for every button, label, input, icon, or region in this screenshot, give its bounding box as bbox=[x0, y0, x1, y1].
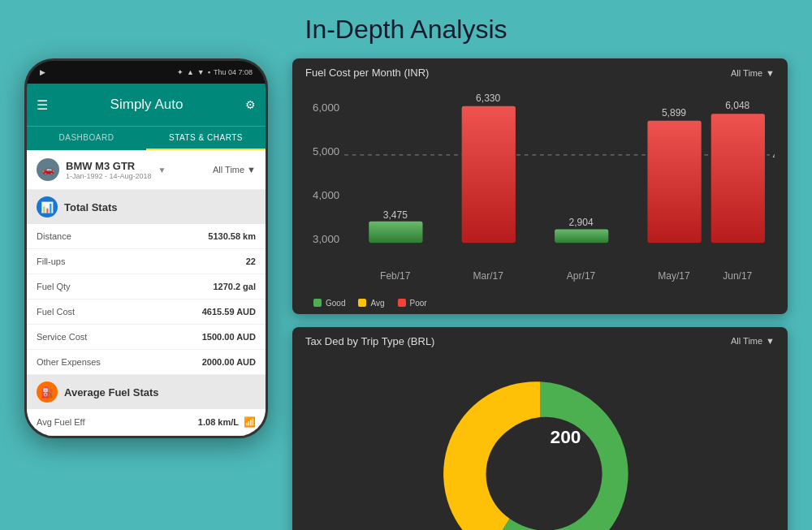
status-time: Thu 04 7:08 bbox=[214, 68, 253, 76]
svg-text:Jun/17: Jun/17 bbox=[723, 270, 752, 282]
main-layout: ▶ ✦ ▲ ▼ ▪ Thu 04 7:08 ☰ Simply Auto ⚙ DA… bbox=[0, 54, 812, 530]
table-row: Avg Fuel Eff 1.08 km/L 📶 bbox=[27, 409, 266, 436]
app-header: ☰ Simply Auto ⚙ bbox=[27, 84, 266, 126]
donut-chart-header: Tax Ded by Trip Type (BRL) All Time ▼ bbox=[292, 327, 788, 352]
legend-avg: Avg bbox=[358, 299, 384, 308]
svg-text:3,000: 3,000 bbox=[313, 233, 339, 245]
status-left-icons: ▶ bbox=[40, 68, 45, 76]
donut-svg: 200 1,682 bbox=[369, 360, 710, 530]
bar-chart-svg: 6,000 5,000 4,000 3,000 4931.84 bbox=[305, 84, 775, 289]
donut-wrapper: 200 1,682 bbox=[369, 360, 710, 530]
donut-chart-area: 200 1,682 Business Personal bbox=[292, 352, 788, 530]
filter-dropdown-icon: ▼ bbox=[766, 68, 775, 78]
total-stats-header: 📊 Total Stats bbox=[27, 190, 266, 224]
svg-text:6,000: 6,000 bbox=[313, 101, 339, 114]
donut-center-value: 200 bbox=[551, 425, 581, 446]
phone-mockup: ▶ ✦ ▲ ▼ ▪ Thu 04 7:08 ☰ Simply Auto ⚙ DA… bbox=[24, 58, 268, 438]
table-row: Service Cost 1500.00 AUD bbox=[27, 325, 266, 350]
youtube-icon: ▶ bbox=[40, 68, 45, 76]
svg-text:2,904: 2,904 bbox=[569, 217, 594, 228]
table-row: Fill-ups 22 bbox=[27, 249, 266, 274]
svg-text:Apr/17: Apr/17 bbox=[567, 270, 596, 282]
vehicle-icon: 🚗 bbox=[37, 158, 59, 181]
time-filter-arrow: ▼ bbox=[247, 165, 256, 175]
status-right-info: ✦ ▲ ▼ ▪ Thu 04 7:08 bbox=[177, 68, 253, 76]
svg-text:5,000: 5,000 bbox=[313, 145, 339, 157]
svg-rect-18 bbox=[711, 114, 765, 243]
svg-rect-12 bbox=[555, 229, 608, 243]
svg-rect-15 bbox=[647, 121, 701, 243]
tab-dashboard[interactable]: DASHBOARD bbox=[27, 127, 146, 150]
vehicle-info: 🚗 BMW M3 GTR 1-Jan-1992 - 14-Aug-2018 ▼ bbox=[37, 158, 166, 181]
legend-poor: Poor bbox=[398, 299, 427, 308]
avg-stats-title: Average Fuel Stats bbox=[64, 386, 159, 399]
bar-chart-header: Fuel Cost per Month (INR) All Time ▼ bbox=[292, 58, 788, 84]
wifi-icon: ▼ bbox=[197, 68, 205, 76]
legend-good: Good bbox=[313, 299, 345, 308]
legend-avg-dot bbox=[358, 299, 366, 307]
bar-chart-legend: Good Avg Poor bbox=[305, 299, 775, 308]
svg-text:Feb/17: Feb/17 bbox=[380, 270, 411, 282]
tab-bar: DASHBOARD STATS & CHARTS bbox=[27, 126, 266, 150]
bar-chart-filter[interactable]: All Time ▼ bbox=[731, 68, 775, 78]
vehicle-dropdown-icon: ▼ bbox=[158, 166, 166, 175]
gear-icon[interactable]: ⚙ bbox=[245, 98, 256, 111]
svg-text:4931.84: 4931.84 bbox=[773, 151, 775, 161]
svg-rect-9 bbox=[462, 106, 516, 243]
total-stats-title: Total Stats bbox=[64, 201, 118, 213]
legend-good-dot bbox=[313, 299, 322, 307]
table-row: Fuel Cost 4615.59 AUD bbox=[27, 299, 266, 325]
svg-text:3,475: 3,475 bbox=[383, 209, 408, 221]
donut-chart-title: Tax Ded by Trip Type (BRL) bbox=[305, 335, 434, 347]
avg-stats-header: ⛽ Average Fuel Stats bbox=[27, 375, 266, 409]
time-filter[interactable]: All Time ▼ bbox=[213, 165, 256, 175]
vehicle-selector[interactable]: 🚗 BMW M3 GTR 1-Jan-1992 - 14-Aug-2018 ▼ … bbox=[27, 150, 266, 190]
total-stats-icon: 📊 bbox=[37, 196, 58, 218]
charts-side: Fuel Cost per Month (INR) All Time ▼ 6,0… bbox=[292, 58, 788, 530]
bar-chart-area: 6,000 5,000 4,000 3,000 4931.84 bbox=[292, 84, 788, 314]
svg-text:5,899: 5,899 bbox=[662, 107, 686, 118]
page-title: In-Depth Analysis bbox=[0, 0, 812, 54]
bar-chart-icon: 📶 bbox=[244, 416, 256, 428]
svg-text:Mar/17: Mar/17 bbox=[473, 270, 503, 282]
bluetooth-icon: ✦ bbox=[177, 68, 184, 76]
svg-text:6,330: 6,330 bbox=[476, 93, 500, 104]
svg-text:4,000: 4,000 bbox=[313, 189, 339, 201]
donut-chart-card: Tax Ded by Trip Type (BRL) All Time ▼ bbox=[292, 327, 788, 530]
avg-stats-list: Avg Fuel Eff 1.08 km/L 📶 bbox=[27, 409, 266, 436]
donut-filter-arrow: ▼ bbox=[766, 336, 775, 346]
table-row: Fuel Qty 1270.2 gal bbox=[27, 274, 266, 299]
signal-icon: ▲ bbox=[187, 68, 194, 76]
svg-text:6,048: 6,048 bbox=[725, 100, 749, 111]
avg-stats-icon: ⛽ bbox=[37, 381, 58, 403]
svg-text:May/17: May/17 bbox=[658, 270, 690, 282]
svg-rect-6 bbox=[369, 222, 422, 243]
vehicle-name: BMW M3 GTR bbox=[66, 160, 152, 172]
vehicle-date: 1-Jan-1992 - 14-Aug-2018 bbox=[66, 172, 152, 180]
donut-chart-filter[interactable]: All Time ▼ bbox=[731, 336, 775, 346]
total-stats-list: Distance 5130.58 km Fill-ups 22 Fuel Qty… bbox=[27, 224, 266, 375]
table-row: Other Expenses 2000.00 AUD bbox=[27, 350, 266, 375]
tab-stats-charts[interactable]: STATS & CHARTS bbox=[146, 127, 266, 150]
battery-icon: ▪ bbox=[208, 68, 210, 76]
hamburger-icon[interactable]: ☰ bbox=[37, 97, 48, 113]
status-bar: ▶ ✦ ▲ ▼ ▪ Thu 04 7:08 bbox=[27, 61, 266, 84]
table-row: Distance 5130.58 km bbox=[27, 224, 266, 249]
app-name: Simply Auto bbox=[101, 90, 193, 119]
legend-poor-dot bbox=[398, 299, 406, 307]
bar-chart-title: Fuel Cost per Month (INR) bbox=[305, 67, 429, 79]
vehicle-details: BMW M3 GTR 1-Jan-1992 - 14-Aug-2018 bbox=[66, 160, 152, 180]
bar-chart-card: Fuel Cost per Month (INR) All Time ▼ 6,0… bbox=[292, 58, 788, 314]
